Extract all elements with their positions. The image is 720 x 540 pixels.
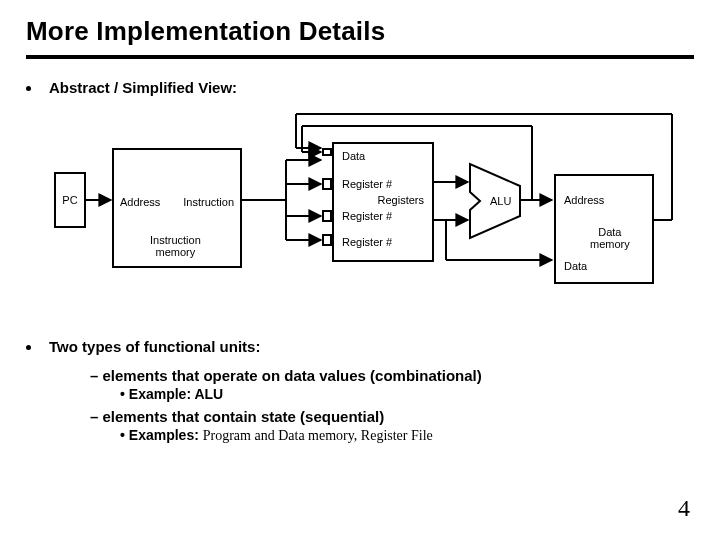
sub-sequential-text: elements that contain state (sequential)	[103, 408, 385, 425]
pc-block: PC	[54, 172, 86, 228]
imem-address-label: Address	[120, 196, 160, 208]
regfile-port-icon	[322, 234, 332, 246]
bullet-dot-icon	[26, 86, 31, 91]
regfile-data-label: Data	[342, 150, 365, 162]
dmem-data-label: Data	[564, 260, 587, 272]
bullet-abstract: Abstract / Simplified View:	[26, 79, 694, 96]
slide-title: More Implementation Details	[26, 16, 694, 47]
datapath-diagram: PC Address Instruction Instruction memor…	[40, 108, 680, 308]
dmem-address-label: Address	[564, 194, 604, 206]
title-rule	[26, 55, 694, 59]
regfile-port-icon	[322, 148, 332, 156]
alu-block: ALU	[468, 162, 522, 240]
regfile-name-label: Registers	[378, 194, 424, 206]
bullet-dot-small-icon	[120, 386, 129, 402]
dmem-name-label: Data memory	[590, 226, 630, 250]
sub-combinational-example-text: Example: ALU	[129, 386, 223, 402]
bullet-dot-icon	[26, 345, 31, 350]
sub-sequential-example-rest: Program and Data memory, Register File	[203, 428, 433, 443]
page-number: 4	[678, 495, 690, 522]
dash-icon	[90, 408, 103, 425]
regfile-r1-label: Register #	[342, 178, 392, 190]
instruction-memory-block: Address Instruction Instruction memory	[112, 148, 242, 268]
sub-combinational: elements that operate on data values (co…	[90, 367, 694, 384]
regfile-port-icon	[322, 210, 332, 222]
bullet-twotypes-text: Two types of functional units:	[49, 338, 260, 355]
register-file-block: Data Register # Registers Register # Reg…	[332, 142, 434, 262]
pc-label: PC	[62, 194, 77, 206]
data-memory-block: Address Data memory Data	[554, 174, 654, 284]
imem-name-label: Instruction memory	[150, 234, 201, 258]
regfile-r2-label: Register #	[342, 210, 392, 222]
bullet-twotypes: Two types of functional units:	[26, 338, 694, 355]
sub-sequential: elements that contain state (sequential)	[90, 408, 694, 425]
imem-instruction-label: Instruction	[183, 196, 234, 208]
sub-sequential-example: Examples: Program and Data memory, Regis…	[120, 427, 694, 444]
sub-combinational-example: Example: ALU	[120, 386, 694, 402]
sub-combinational-text: elements that operate on data values (co…	[103, 367, 482, 384]
slide: More Implementation Details Abstract / S…	[0, 0, 720, 540]
alu-label: ALU	[490, 195, 511, 207]
regfile-r3-label: Register #	[342, 236, 392, 248]
bullet-abstract-text: Abstract / Simplified View:	[49, 79, 237, 96]
dash-icon	[90, 367, 103, 384]
sub-sequential-example-lead: Examples:	[129, 427, 203, 443]
regfile-port-icon	[322, 178, 332, 190]
bullet-dot-small-icon	[120, 427, 129, 443]
